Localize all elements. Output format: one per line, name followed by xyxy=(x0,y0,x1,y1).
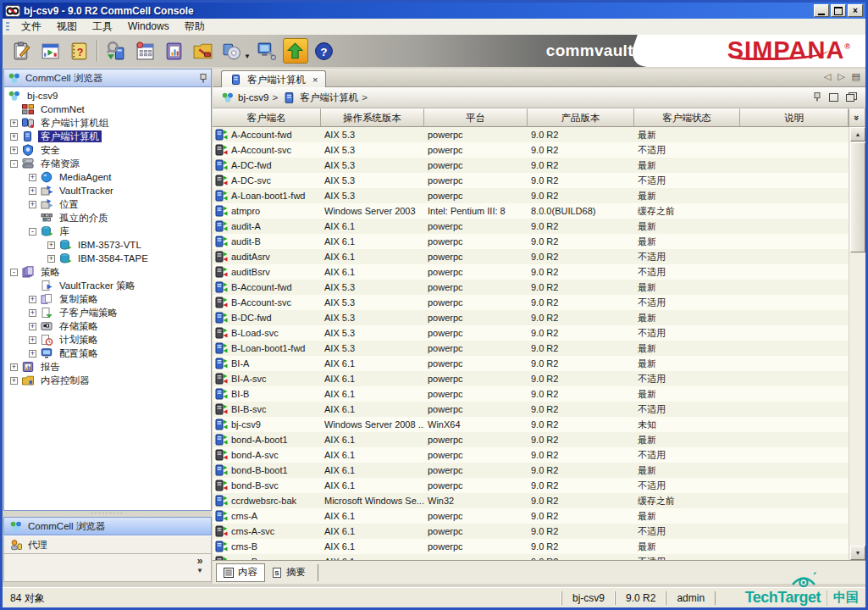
minimize-button[interactable] xyxy=(814,4,829,17)
tree-expander-icon[interactable] xyxy=(29,323,36,330)
tree-item-label[interactable]: VaultTracker 策略 xyxy=(57,280,138,291)
tab-scroll-right-icon[interactable]: ▷ xyxy=(838,71,844,82)
tree-expander-icon[interactable] xyxy=(29,309,36,317)
table-row[interactable]: audit-AAIX 6.1powerpc9.0 R2最新 xyxy=(213,219,849,234)
tree-item[interactable]: 内容控制器 xyxy=(10,374,211,387)
tree-item[interactable]: MediaAgent xyxy=(29,170,211,184)
tree-item[interactable]: IBM-3584-TAPE xyxy=(47,252,211,265)
tree-item-label[interactable]: CommNet xyxy=(38,103,87,115)
table-row[interactable]: audit-BAIX 6.1powerpc9.0 R2最新 xyxy=(213,234,849,249)
breadcrumb-item[interactable]: bj-csv9 xyxy=(238,92,268,103)
tree-item[interactable]: 报告 xyxy=(10,360,211,374)
tree-item[interactable]: 客户端计算机组 xyxy=(10,116,211,130)
view-tab-summary[interactable]: S摘要 xyxy=(265,564,312,581)
column-header-4[interactable]: 客户端状态 xyxy=(634,108,740,127)
scroll-up-icon[interactable]: ▲ xyxy=(850,127,865,141)
menu-item-3[interactable]: Windows xyxy=(120,19,177,35)
tree-item[interactable]: 孤立的介质 xyxy=(29,211,211,225)
tree-item-label[interactable]: 安全 xyxy=(38,144,63,156)
tree-expander-icon[interactable] xyxy=(29,228,36,236)
menu-item-1[interactable]: 视图 xyxy=(49,19,85,35)
service-control-button[interactable] xyxy=(254,38,279,64)
event-viewer-button[interactable] xyxy=(37,38,63,64)
maximize-button[interactable] xyxy=(831,4,846,17)
tree-item[interactable]: IBM-3573-VTL xyxy=(47,238,211,252)
sidebar-panel-commcell-browser[interactable]: CommCell 浏览器 xyxy=(3,517,212,535)
tree-item-label[interactable]: 存储策略 xyxy=(57,320,101,332)
table-row[interactable]: BI-A-svcAIX 6.1powerpc9.0 R2不适用 xyxy=(213,371,849,386)
tree-item-label[interactable]: IBM-3573-VTL xyxy=(75,239,144,251)
menu-item-0[interactable]: 文件 xyxy=(14,19,49,35)
tree-item-label[interactable]: bj-csv9 xyxy=(25,90,60,102)
reports-button[interactable] xyxy=(161,38,186,64)
whats-new-button[interactable]: ? xyxy=(66,38,91,64)
tree-expander-icon[interactable] xyxy=(29,187,36,195)
tree-item-label[interactable]: 位置 xyxy=(57,198,81,210)
tab-scroll-left-icon[interactable]: ◁ xyxy=(824,71,831,82)
table-row[interactable]: cms-A-svcAIX 6.1powerpc9.0 R2不适用 xyxy=(213,524,849,539)
view-tab-content[interactable]: 内容 xyxy=(216,563,265,582)
table-row[interactable]: cms-BAIX 6.1powerpc9.0 R2最新 xyxy=(213,539,849,554)
tree-item[interactable]: 子客户端策略 xyxy=(29,306,211,319)
tree-expander-icon[interactable] xyxy=(29,174,36,181)
column-header-0[interactable]: 客户端名 xyxy=(213,108,321,127)
column-header-2[interactable]: 平台 xyxy=(424,108,528,127)
tree-item[interactable]: 复制策略 xyxy=(29,292,211,306)
pin-view-icon[interactable] xyxy=(813,92,821,103)
table-row[interactable]: auditAsrvAIX 6.1powerpc9.0 R2不适用 xyxy=(213,249,849,264)
tree-expander-icon[interactable] xyxy=(10,363,18,371)
pin-icon[interactable] xyxy=(199,73,207,84)
tree-item-label[interactable]: 库 xyxy=(57,225,72,237)
tree-expander-icon[interactable] xyxy=(10,119,18,127)
table-row[interactable]: B-DC-fwdAIX 5.3powerpc9.0 R2最新 xyxy=(213,310,849,325)
tree-expander-icon[interactable] xyxy=(29,296,36,303)
table-row[interactable]: A-DC-svcAIX 5.3powerpc9.0 R2不适用 xyxy=(213,173,849,188)
scheduler-button[interactable] xyxy=(132,38,158,64)
table-row[interactable]: auditBsrvAIX 6.1powerpc9.0 R2不适用 xyxy=(213,264,849,280)
tree-item[interactable]: 计划策略 xyxy=(29,333,211,347)
tree-expander-icon[interactable] xyxy=(29,350,36,358)
table-row[interactable]: A-Loan-boot1-fwdAIX 5.3powerpc9.0 R2最新 xyxy=(213,188,849,203)
table-row[interactable]: cms-AAIX 6.1powerpc9.0 R2最新 xyxy=(213,508,849,524)
table-row[interactable]: bond-A-svcAIX 6.1powerpc9.0 R2不适用 xyxy=(213,447,849,463)
tree-item-label[interactable]: IBM-3584-TAPE xyxy=(75,252,151,264)
tree-item-label[interactable]: 复制策略 xyxy=(57,293,101,305)
tree-expander-icon[interactable] xyxy=(29,201,36,208)
tab-close-icon[interactable]: × xyxy=(312,75,318,85)
column-header-5[interactable]: 说明 xyxy=(740,108,849,127)
table-row[interactable]: B-Account-svcAIX 5.3powerpc9.0 R2不适用 xyxy=(213,295,849,310)
sidebar-panel-agents[interactable]: 代理 xyxy=(3,535,212,554)
sidebar-more-buttons[interactable]: »▼ xyxy=(196,557,203,575)
table-row[interactable]: atmproWindows Server 2003Intel: Pentium … xyxy=(213,203,849,219)
tree-item-label[interactable]: 内容控制器 xyxy=(38,374,92,386)
menu-item-2[interactable]: 工具 xyxy=(85,19,120,35)
tree-item[interactable]: bj-csv9 xyxy=(8,89,211,103)
column-chooser-button[interactable]: » xyxy=(849,108,865,127)
column-header-3[interactable]: 产品版本 xyxy=(528,108,634,127)
close-button[interactable]: × xyxy=(848,4,863,17)
tree-item[interactable]: 策略 xyxy=(10,265,211,279)
tree-item[interactable]: CommNet xyxy=(10,103,211,116)
browse-button[interactable] xyxy=(103,38,129,64)
tree-expander-icon[interactable] xyxy=(10,377,18,385)
tree-item-label[interactable]: MediaAgent xyxy=(57,171,113,183)
tree-item-label[interactable]: 存储资源 xyxy=(38,158,82,169)
help-button[interactable]: ? xyxy=(312,38,337,64)
table-row[interactable]: B-Load-svcAIX 5.3powerpc9.0 R2不适用 xyxy=(213,325,849,341)
table-row[interactable]: bond-B-svcAIX 6.1powerpc9.0 R2不适用 xyxy=(213,478,849,493)
upgrade-button[interactable] xyxy=(283,38,308,64)
tree-item[interactable]: 存储策略 xyxy=(29,319,211,333)
sidebar-splitter[interactable]: ········· xyxy=(3,511,212,517)
tree-expander-icon[interactable] xyxy=(10,147,18,154)
vertical-scrollbar[interactable]: ▲ ▼ xyxy=(849,127,865,560)
table-row[interactable]: cms-B-svcAIX 6.1powerpc9.0 R2不适用 xyxy=(213,554,849,560)
restore-view-icon[interactable] xyxy=(846,92,857,102)
table-row[interactable]: bond-A-boot1AIX 6.1powerpc9.0 R2最新 xyxy=(213,432,849,447)
tree-item-label[interactable]: VaultTracker xyxy=(57,185,116,197)
tree-item-label[interactable]: 孤立的介质 xyxy=(57,212,111,224)
table-row[interactable]: ccrdwebsrc-bakMicrosoft Windows Se...Win… xyxy=(213,493,849,508)
tree-item[interactable]: VaultTracker 策略 xyxy=(29,279,211,292)
table-row[interactable]: BI-BAIX 6.1powerpc9.0 R2最新 xyxy=(213,386,849,402)
tree-item[interactable]: 配置策略 xyxy=(29,347,211,360)
table-row[interactable]: BI-B-svcAIX 6.1powerpc9.0 R2不适用 xyxy=(213,402,849,417)
